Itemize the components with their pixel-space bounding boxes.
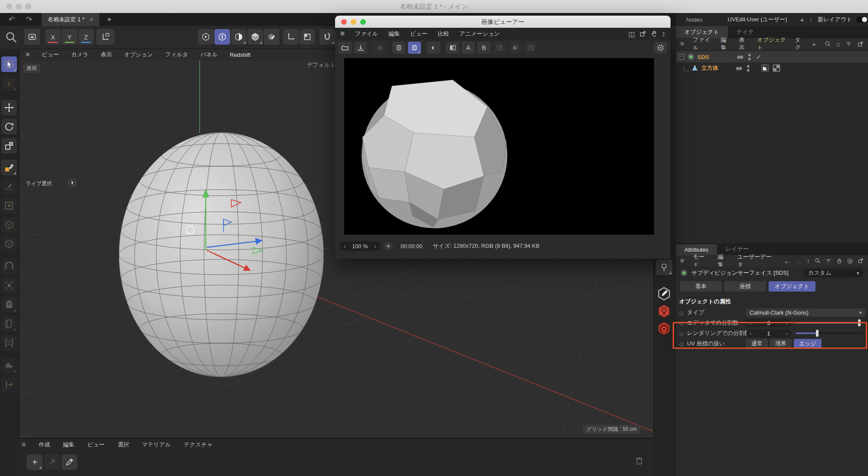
- workplane-mode-button[interactable]: [299, 29, 315, 45]
- enabled-check-icon[interactable]: ✓: [756, 54, 761, 60]
- filter-display-button[interactable]: ◐: [427, 42, 440, 54]
- viewport-menu-options[interactable]: オプション: [124, 51, 153, 59]
- pick-material-button[interactable]: [62, 454, 77, 470]
- redo-icon[interactable]: ↷: [23, 15, 35, 24]
- lock-icon[interactable]: [836, 258, 842, 264]
- viewport-menu-camera[interactable]: カメラ: [71, 51, 89, 59]
- phong-tag-icon[interactable]: [761, 64, 769, 72]
- redshift-light-button[interactable]: [656, 303, 672, 319]
- compare-ab-button[interactable]: [446, 42, 459, 54]
- viewer-menu-edit[interactable]: 編集: [388, 30, 400, 38]
- split-tool[interactable]: [1, 377, 17, 392]
- mask-tool[interactable]: [1, 297, 17, 312]
- viewport-menu-filter[interactable]: フィルタ: [165, 51, 188, 59]
- object-name-sds[interactable]: SDS: [697, 54, 709, 60]
- brackets-tool[interactable]: [1, 335, 17, 351]
- add-tab-button[interactable]: +: [107, 15, 112, 24]
- redshift-camera-button[interactable]: [656, 320, 672, 337]
- viewport-menu-view[interactable]: ビュー: [42, 51, 59, 59]
- viewport-menu-icon[interactable]: ≡: [26, 51, 30, 59]
- material-menu-edit[interactable]: 編集: [63, 441, 74, 449]
- editor-subdivision-stepper[interactable]: ‹ 3 ›: [746, 319, 791, 327]
- tree-row-cube[interactable]: 立方体 ◆◆: [676, 62, 868, 74]
- zoom-stepper[interactable]: ‹ 100 % ›: [339, 241, 381, 251]
- close-tab-icon[interactable]: ×: [90, 16, 93, 23]
- om-search-icon[interactable]: [825, 41, 831, 47]
- coordinate-system-button[interactable]: [96, 29, 115, 45]
- tab-coordinates[interactable]: 座標: [724, 281, 766, 292]
- axis-z-button[interactable]: Z: [78, 29, 94, 45]
- history-back-icon[interactable]: ←: [784, 257, 790, 265]
- increment-icon[interactable]: ›: [786, 330, 788, 337]
- window-zoom-icon[interactable]: [25, 3, 31, 10]
- edit-hexagon-button[interactable]: [656, 286, 672, 302]
- swap-ab-button[interactable]: [493, 42, 506, 54]
- viewer-zoom-icon[interactable]: [360, 19, 366, 25]
- layout-tab-nodes[interactable]: Nodes: [686, 16, 703, 23]
- type-dropdown[interactable]: Catmull-Clark (N-Gons) ▾: [746, 309, 865, 317]
- rotate-tool[interactable]: [1, 119, 17, 135]
- attr-menu-icon[interactable]: ≡: [680, 257, 684, 265]
- new-layout-button[interactable]: 新レイアウト: [818, 16, 852, 23]
- viewer-menu-view[interactable]: ビュー: [410, 30, 427, 38]
- layer-icon[interactable]: ◆◆: [736, 65, 741, 71]
- frame-tool[interactable]: [1, 198, 17, 213]
- undo-icon[interactable]: ↶: [6, 15, 17, 24]
- live-selection-tool[interactable]: [1, 56, 17, 72]
- stop-render-button[interactable]: ⊘: [373, 42, 386, 54]
- cage-tool[interactable]: [1, 278, 17, 293]
- material-menu-select[interactable]: 選択: [118, 441, 129, 449]
- om-home-icon[interactable]: ⌂: [836, 40, 840, 48]
- expand-icon[interactable]: −: [678, 54, 684, 60]
- viewer-close-icon[interactable]: [341, 19, 347, 25]
- image-viewer-window[interactable]: 画像ビューアー ≡ ファイル 編集 ビュー 比較 アニメーション ◫ ↕ ⊘: [335, 16, 671, 259]
- axis-x-button[interactable]: X: [45, 29, 61, 45]
- layout-tab-current[interactable]: UVEdit-User (ユーザー): [728, 16, 787, 23]
- tab-object[interactable]: オブジェクト: [769, 281, 815, 292]
- axis-y-button[interactable]: Y: [62, 29, 77, 45]
- tree-row-sds[interactable]: − SDS ◆◆ ✓: [676, 51, 868, 62]
- material-menu-texture[interactable]: テクスチャ: [184, 441, 213, 449]
- image-viewer-titlebar[interactable]: 画像ビューアー: [335, 16, 671, 28]
- viewport-menu-panel[interactable]: パネル: [201, 51, 218, 59]
- save-image-button[interactable]: [354, 42, 367, 54]
- rendered-image-canvas[interactable]: [344, 58, 654, 235]
- interactive-render-button[interactable]: [656, 259, 672, 275]
- viewer-fit-icon[interactable]: ↕: [662, 30, 665, 38]
- add-material-button[interactable]: +: [27, 454, 43, 470]
- texture-mode-button[interactable]: [264, 29, 279, 45]
- material-menu-view[interactable]: ビュー: [87, 441, 105, 449]
- clear-buffer-button[interactable]: [392, 42, 405, 54]
- attr-search-icon[interactable]: [815, 258, 821, 264]
- snap-button[interactable]: [319, 29, 335, 45]
- layer-icon[interactable]: ◆◆: [737, 54, 742, 60]
- window-close-icon[interactable]: [6, 3, 12, 10]
- viewer-menu-animation[interactable]: アニメーション: [460, 30, 500, 38]
- export-image-button[interactable]: [524, 42, 537, 54]
- move-tool[interactable]: [1, 100, 17, 115]
- viewer-menu-icon[interactable]: ≡: [340, 30, 345, 38]
- viewer-minimize-icon[interactable]: [351, 19, 356, 25]
- pen-tool[interactable]: [1, 160, 17, 175]
- set-a-button[interactable]: A: [462, 42, 475, 54]
- viewer-pan-hand-icon[interactable]: [651, 30, 658, 37]
- cap-tool[interactable]: [1, 358, 17, 373]
- viewer-panel-icon[interactable]: ◫: [628, 30, 635, 38]
- visibility-dots[interactable]: [747, 65, 750, 72]
- model-mode-button[interactable]: [247, 29, 263, 45]
- window-minimize-icon[interactable]: [16, 3, 22, 10]
- rectangle-selection-tool[interactable]: [1, 76, 17, 91]
- increment-icon[interactable]: ›: [786, 320, 788, 326]
- render-subdivision-value[interactable]: 1: [767, 330, 770, 337]
- om-filter-icon[interactable]: [845, 41, 852, 47]
- set-b-button[interactable]: B: [477, 42, 490, 54]
- visibility-dots[interactable]: [748, 54, 751, 60]
- volume-mesh-tool[interactable]: [1, 217, 17, 233]
- object-name-cube[interactable]: 立方体: [701, 64, 718, 72]
- viewport-menu-redshift[interactable]: Redshift: [230, 52, 251, 58]
- viewer-menu-file[interactable]: ファイル: [355, 30, 378, 38]
- bend-tool[interactable]: [1, 316, 17, 332]
- attr-detach-icon[interactable]: [858, 258, 864, 264]
- renderer-settings-button[interactable]: [654, 42, 667, 54]
- sketch-tool[interactable]: [1, 179, 17, 194]
